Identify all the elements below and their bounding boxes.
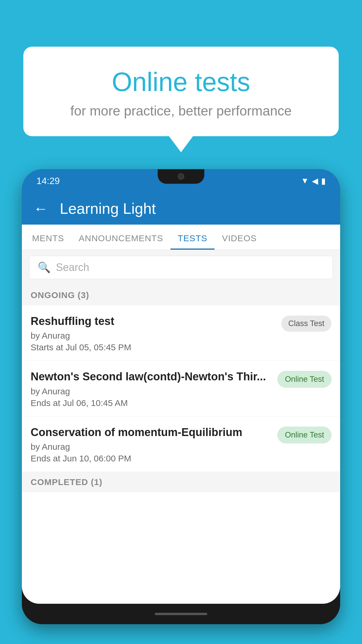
phone-frame: 14:29 ▼ ◀ ▮ ← Learning Light MENTS	[22, 169, 340, 624]
badge-reshuffling: Class Test	[281, 316, 331, 332]
ongoing-label: ONGOING (3)	[31, 290, 89, 300]
search-container: 🔍 Search	[22, 250, 340, 285]
tab-tests[interactable]: TESTS	[171, 225, 215, 250]
test-title-conservation: Conservation of momentum-Equilibrium	[31, 425, 272, 440]
test-author-conservation: by Anurag	[31, 442, 272, 452]
test-date-reshuffling: Starts at Jul 05, 05:45 PM	[31, 342, 275, 352]
wifi-icon: ▼	[301, 176, 309, 186]
test-title-newtons: Newton's Second law(contd)-Newton's Thir…	[31, 370, 272, 384]
badge-conservation: Online Test	[277, 427, 331, 443]
phone-screen: MENTS ANNOUNCEMENTS TESTS VIDEOS 🔍 Searc…	[22, 225, 340, 604]
status-icons: ▼ ◀ ▮	[301, 176, 326, 186]
back-button[interactable]: ←	[34, 200, 48, 217]
signal-icon: ◀	[312, 176, 318, 186]
test-author-reshuffling: by Anurag	[31, 331, 275, 341]
test-date-newtons: Ends at Jul 06, 10:45 AM	[31, 398, 272, 408]
app-bar-title: Learning Light	[60, 200, 156, 217]
camera-icon	[178, 173, 184, 180]
speech-bubble: Online tests for more practice, better p…	[23, 47, 339, 136]
test-item-reshuffling[interactable]: Reshuffling test by Anurag Starts at Jul…	[22, 305, 340, 361]
bubble-title: Online tests	[47, 67, 315, 97]
search-input[interactable]: Search	[56, 261, 89, 274]
test-title-reshuffling: Reshuffling test	[31, 314, 275, 328]
tab-announcements[interactable]: ANNOUNCEMENTS	[71, 225, 171, 250]
badge-newtons: Online Test	[277, 371, 331, 388]
test-author-newtons: by Anurag	[31, 386, 272, 396]
promo-section: Online tests for more practice, better p…	[23, 47, 339, 136]
app-bar: ← Learning Light	[22, 192, 340, 225]
phone-mockup: 14:29 ▼ ◀ ▮ ← Learning Light MENTS	[22, 169, 340, 644]
status-bar: 14:29 ▼ ◀ ▮	[22, 169, 340, 192]
tab-videos[interactable]: VIDEOS	[215, 225, 264, 250]
tab-ments[interactable]: MENTS	[25, 225, 71, 250]
test-date-conservation: Ends at Jun 10, 06:00 PM	[31, 454, 272, 463]
test-info-reshuffling: Reshuffling test by Anurag Starts at Jul…	[31, 314, 281, 352]
phone-bottom-bar	[22, 604, 340, 624]
test-item-newtons[interactable]: Newton's Second law(contd)-Newton's Thir…	[22, 361, 340, 416]
ongoing-section-header: ONGOING (3)	[22, 285, 340, 305]
search-bar[interactable]: 🔍 Search	[29, 256, 333, 279]
home-indicator	[155, 613, 207, 615]
completed-label: COMPLETED (1)	[31, 477, 102, 487]
bubble-subtitle: for more practice, better performance	[47, 103, 315, 119]
battery-icon: ▮	[321, 176, 326, 186]
search-icon: 🔍	[38, 261, 51, 274]
status-time: 14:29	[36, 176, 60, 186]
notch	[158, 169, 204, 184]
completed-section-header: COMPLETED (1)	[22, 472, 340, 492]
tabs-bar: MENTS ANNOUNCEMENTS TESTS VIDEOS	[22, 225, 340, 250]
test-info-conservation: Conservation of momentum-Equilibrium by …	[31, 425, 277, 463]
test-item-conservation[interactable]: Conservation of momentum-Equilibrium by …	[22, 416, 340, 472]
test-info-newtons: Newton's Second law(contd)-Newton's Thir…	[31, 370, 277, 408]
